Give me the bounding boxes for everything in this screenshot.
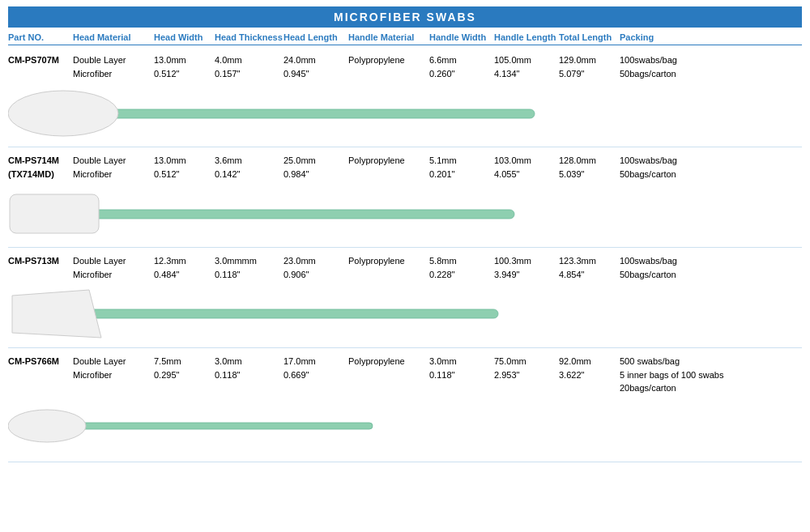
head-width: 13.0mm 0.512"	[154, 53, 215, 80]
header-handle-length: Handle Length	[494, 32, 559, 42]
handle-material: Polypropylene	[348, 53, 429, 67]
part-no: CM-PS766M	[8, 355, 73, 368]
header-handle-material: Handle Material	[348, 32, 429, 42]
handle-width: 5.8mm 0.228"	[429, 254, 494, 281]
svg-point-1	[8, 91, 118, 136]
total-length: 123.3mm 4.854"	[559, 254, 620, 281]
page-wrapper: MICROFIBER SWABS Part NO. Head Material …	[0, 0, 810, 470]
head-length: 17.0mm 0.669"	[284, 355, 348, 381]
total-length: 128.0mm 5.039"	[559, 154, 620, 181]
product-section: CM-PS714M (TX714MD)Double Layer Microfib…	[8, 149, 802, 248]
head-thickness: 3.0mmmm 0.118"	[215, 254, 284, 281]
header-head-thickness: Head Thickness	[215, 32, 284, 42]
head-width: 12.3mm 0.484"	[154, 254, 215, 281]
swab-image	[8, 400, 802, 457]
head-thickness: 3.6mm 0.142"	[215, 154, 284, 181]
header-row: Part NO. Head Material Head Width Head T…	[8, 32, 802, 45]
packing: 500 swabs/bag 5 inner bags of 100 swabs …	[620, 355, 802, 395]
packing: 100swabs/bag 50bags/carton	[620, 254, 802, 281]
table-row: CM-PS714M (TX714MD)Double Layer Microfib…	[8, 154, 802, 181]
handle-width: 5.1mm 0.201"	[429, 154, 494, 181]
header-packing: Packing	[620, 32, 802, 42]
svg-rect-6	[65, 423, 373, 429]
products-container: CM-PS707MDouble Layer Microfiber13.0mm 0…	[8, 49, 802, 462]
svg-rect-0	[85, 109, 535, 118]
swab-image	[8, 185, 802, 242]
product-section: CM-PS707MDouble Layer Microfiber13.0mm 0…	[8, 49, 802, 147]
product-section: CM-PS713MDouble Layer Microfiber12.3mm 0…	[8, 249, 802, 348]
page-title: MICROFIBER SWABS	[8, 6, 802, 28]
header-total-length: Total Length	[559, 32, 620, 42]
head-length: 23.0mm 0.906"	[284, 254, 348, 281]
total-length: 92.0mm 3.622"	[559, 355, 620, 381]
header-handle-width: Handle Width	[429, 32, 494, 42]
handle-material: Polypropylene	[348, 254, 429, 268]
swab-image	[8, 286, 802, 343]
table-row: CM-PS707MDouble Layer Microfiber13.0mm 0…	[8, 53, 802, 80]
svg-point-7	[8, 410, 86, 442]
head-material: Double Layer Microfiber	[73, 355, 154, 381]
handle-material: Polypropylene	[348, 355, 429, 368]
head-material: Double Layer Microfiber	[73, 254, 154, 281]
handle-length: 103.0mm 4.055"	[494, 154, 559, 181]
handle-width: 3.0mm 0.118"	[429, 355, 494, 381]
svg-marker-5	[12, 290, 101, 338]
head-length: 25.0mm 0.984"	[284, 154, 348, 181]
table-row: CM-PS766MDouble Layer Microfiber7.5mm 0.…	[8, 355, 802, 395]
head-material: Double Layer Microfiber	[73, 154, 154, 181]
header-head-material: Head Material	[73, 32, 154, 42]
handle-length: 75.0mm 2.953"	[494, 355, 559, 381]
handle-width: 6.6mm 0.260"	[429, 53, 494, 80]
head-length: 24.0mm 0.945"	[284, 53, 348, 80]
head-width: 13.0mm 0.512"	[154, 154, 215, 181]
head-thickness: 4.0mm 0.157"	[215, 53, 284, 80]
header-part-no: Part NO.	[8, 32, 73, 42]
svg-rect-3	[10, 194, 99, 233]
head-thickness: 3.0mm 0.118"	[215, 355, 284, 381]
part-no: CM-PS713M	[8, 254, 73, 268]
table-row: CM-PS713MDouble Layer Microfiber12.3mm 0…	[8, 254, 802, 281]
head-width: 7.5mm 0.295"	[154, 355, 215, 381]
handle-length: 100.3mm 3.949"	[494, 254, 559, 281]
head-material: Double Layer Microfiber	[73, 53, 154, 80]
total-length: 129.0mm 5.079"	[559, 53, 620, 80]
handle-material: Polypropylene	[348, 154, 429, 168]
product-section: CM-PS766MDouble Layer Microfiber7.5mm 0.…	[8, 350, 802, 462]
part-no: CM-PS714M (TX714MD)	[8, 154, 73, 181]
swab-image	[8, 85, 802, 142]
svg-rect-2	[81, 210, 514, 219]
header-head-length: Head Length	[284, 32, 348, 42]
header-head-width: Head Width	[154, 32, 215, 42]
packing: 100swabs/bag 50bags/carton	[620, 154, 802, 181]
packing: 100swabs/bag 50bags/carton	[620, 53, 802, 80]
svg-rect-4	[77, 309, 498, 318]
part-no: CM-PS707M	[8, 53, 73, 67]
handle-length: 105.0mm 4.134"	[494, 53, 559, 80]
